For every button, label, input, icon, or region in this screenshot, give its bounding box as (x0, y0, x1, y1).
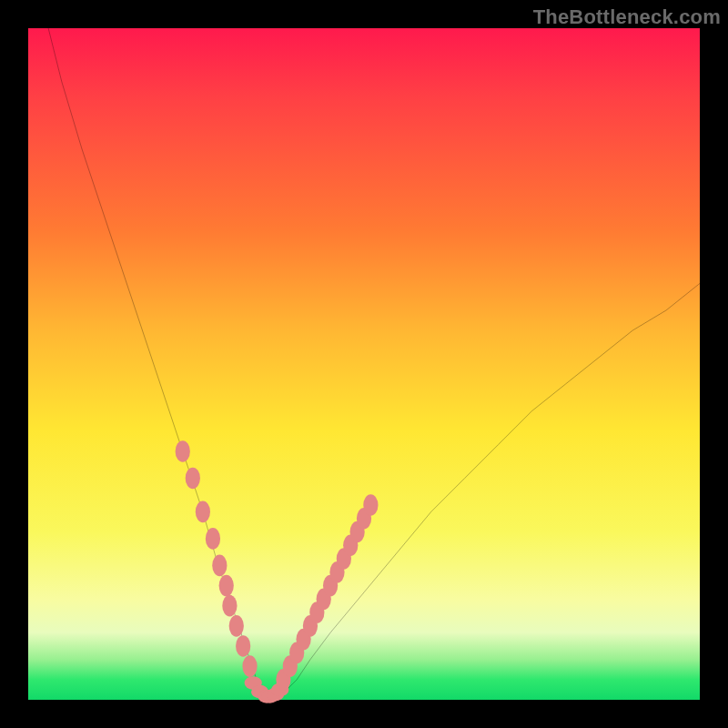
marker-dot (236, 635, 250, 657)
chart-frame: TheBottleneck.com (0, 0, 728, 728)
plot-area (28, 28, 700, 700)
marker-dot (222, 595, 237, 617)
marker-dot (229, 615, 244, 637)
marker-dot (219, 575, 234, 597)
marker-dot (176, 440, 190, 462)
marker-dot (363, 494, 378, 516)
marker-dot (212, 555, 227, 577)
marker-dot (206, 528, 220, 550)
marker-dot (186, 468, 200, 490)
curve-layer (28, 28, 700, 700)
marker-dot (196, 501, 210, 523)
highlighted-points (176, 440, 379, 703)
marker-dot (242, 655, 257, 677)
bottleneck-curve (48, 28, 700, 700)
watermark-text: TheBottleneck.com (533, 5, 721, 29)
